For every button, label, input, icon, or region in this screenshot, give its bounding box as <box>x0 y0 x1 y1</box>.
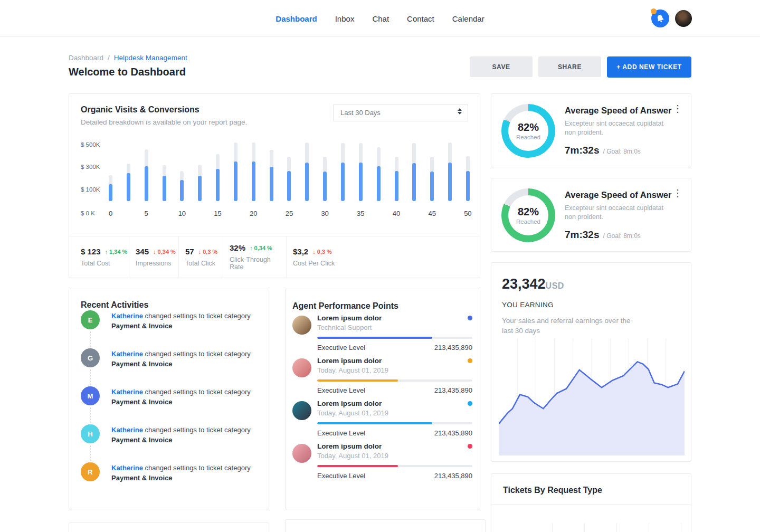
avg-speed-card: 82% Reached Average Speed of Answer Exce… <box>491 178 691 252</box>
agent-progress-fill <box>317 337 432 339</box>
agent-footer: Executive Level213,435,890 <box>317 429 472 437</box>
agent-points: 213,435,890 <box>434 344 472 352</box>
activity-actor[interactable]: Katherine <box>111 312 143 320</box>
agent-progress-fill <box>317 422 432 424</box>
breadcrumb-parent[interactable]: Dashboard <box>69 54 103 62</box>
earnings-card: 23,342 USD YOU EARNING Your sales and re… <box>491 262 691 462</box>
bar-converted <box>412 163 416 201</box>
grid-line <box>552 523 553 532</box>
kebab-menu-icon[interactable]: ⋮ <box>673 104 682 113</box>
donut-center: 82% Reached <box>508 111 548 151</box>
stat-top: 32%↑ 0,34 % <box>230 243 286 252</box>
x-tick-label: 15 <box>214 210 221 217</box>
tickets-by-request-type-card: Tickets By Request Type <box>491 473 691 532</box>
grid-line <box>616 523 617 532</box>
main-nav: DashboardInboxChatContactCalendar <box>276 0 484 37</box>
agent-status-dot <box>468 401 472 406</box>
activity-avatar: H <box>81 424 100 443</box>
share-button[interactable]: SHARE <box>538 56 601 77</box>
activity-actor[interactable]: Katherine <box>111 464 143 472</box>
stat-click-through-rate: 32%↑ 0,34 %Click-Through Rate <box>223 236 286 278</box>
stat-delta-down-arrow: ↓ 0,3 % <box>312 249 332 255</box>
x-tick <box>234 210 238 217</box>
stat-total-cost: $ 123↑ 1,34 %Total Cost <box>69 236 129 278</box>
bar-5 <box>198 140 202 201</box>
activity-avatar: E <box>81 310 100 329</box>
nav-item-calendar[interactable]: Calendar <box>452 14 484 23</box>
x-tick <box>198 210 202 217</box>
stat-cost-per-click: $3,2↓ 0,3 %Cost Per Click <box>286 236 335 278</box>
card-description: Excepteur sint occaecat cupidatat non pr… <box>565 204 676 222</box>
bar-15 <box>377 140 381 201</box>
bar-converted <box>109 184 112 201</box>
activity-actor[interactable]: Katherine <box>111 350 143 358</box>
notification-dot <box>651 8 657 14</box>
notifications-button[interactable] <box>651 10 669 27</box>
stat-label: Total Click <box>185 260 223 267</box>
agent-subtitle: Today, August 01, 2019 <box>317 366 472 374</box>
x-tick <box>341 210 345 217</box>
agent-status-dot <box>468 358 472 363</box>
nav-item-dashboard[interactable]: Dashboard <box>276 14 317 23</box>
agent-level-label: Executive Level <box>317 472 365 480</box>
x-tick: 40 <box>395 210 398 217</box>
bar-converted <box>270 167 273 201</box>
agent-status-dot <box>468 444 472 449</box>
user-avatar[interactable] <box>675 10 692 27</box>
x-tick-label: 40 <box>393 210 400 217</box>
breadcrumb-current[interactable]: Helpdesk Management <box>114 54 187 62</box>
x-tick-label: 5 <box>145 210 148 217</box>
agent-level-label: Executive Level <box>317 344 365 352</box>
date-range-select[interactable]: Last 30 Days <box>333 104 468 121</box>
activity-description: changed settings to ticket category <box>143 350 251 358</box>
earnings-description: Your sales and referral earnings over th… <box>502 316 634 336</box>
add-new-ticket-button[interactable]: + ADD NEW TICKET <box>607 56 691 78</box>
card-header: Tickets By Request Type <box>491 474 691 505</box>
agent-row: Lorem ipsum dolorToday, August 01, 2019E… <box>292 442 472 480</box>
agent-subtitle: Technical Support <box>317 324 472 331</box>
stat-value: 57 <box>185 247 194 256</box>
bar-converted <box>180 180 184 201</box>
agent-progress-track <box>317 465 472 467</box>
x-tick-label: 50 <box>464 210 471 217</box>
grid-line <box>584 523 585 532</box>
nav-item-inbox[interactable]: Inbox <box>335 14 355 23</box>
card-title: Recent Activities <box>81 300 148 310</box>
nav-item-contact[interactable]: Contact <box>407 14 434 23</box>
x-tick: 50 <box>466 210 470 217</box>
agent-list: Lorem ipsum dolorTechnical SupportExecut… <box>286 289 480 480</box>
x-tick <box>412 210 416 217</box>
bar-10 <box>287 140 291 201</box>
agent-name: Lorem ipsum dolor <box>317 314 382 322</box>
agent-progress-track <box>317 422 472 424</box>
speed-goal: / Goal: 8m:0s <box>603 148 641 155</box>
kebab-menu-icon[interactable]: ⋮ <box>673 189 682 197</box>
activity-actor[interactable]: Katherine <box>111 426 143 434</box>
stat-delta-up-arrow: ↑ 0,34 % <box>250 245 272 251</box>
stat-delta-up-arrow: ↑ 1,34 % <box>105 249 128 255</box>
x-tick <box>163 210 166 217</box>
agent-name: Lorem ipsum dolor <box>317 400 382 407</box>
stat-total-click: 57↓ 0,3 %Total Click <box>178 236 223 278</box>
x-tick <box>377 210 381 217</box>
bar-chart <box>109 140 470 201</box>
donut-reached-label: Reached <box>516 218 540 225</box>
card-body: Average Speed of Answer Excepteur sint o… <box>565 190 673 241</box>
bar-converted <box>341 163 345 201</box>
activity-actor[interactable]: Katherine <box>111 388 143 396</box>
save-button[interactable]: SAVE <box>470 56 533 77</box>
nav-item-chat[interactable]: Chat <box>372 14 389 23</box>
stat-top: $3,2↓ 0,3 % <box>293 247 335 256</box>
page-title: Welcome to Dashboard <box>69 66 186 78</box>
agent-main: Lorem ipsum dolorToday, August 01, 2019E… <box>317 442 472 480</box>
bar-3 <box>163 140 166 201</box>
bar-converted <box>395 171 398 202</box>
bar-17 <box>412 140 416 201</box>
bar-1 <box>127 140 130 201</box>
agent-avatar <box>292 444 311 463</box>
dashboard-page: DashboardInboxChatContactCalendar Dashbo… <box>0 0 760 532</box>
partial-card <box>285 519 486 532</box>
stat-label: Impressions <box>136 260 178 267</box>
bar-13 <box>341 140 345 201</box>
organic-visits-card: Organic Visits & Conversions Detailed br… <box>69 93 480 278</box>
